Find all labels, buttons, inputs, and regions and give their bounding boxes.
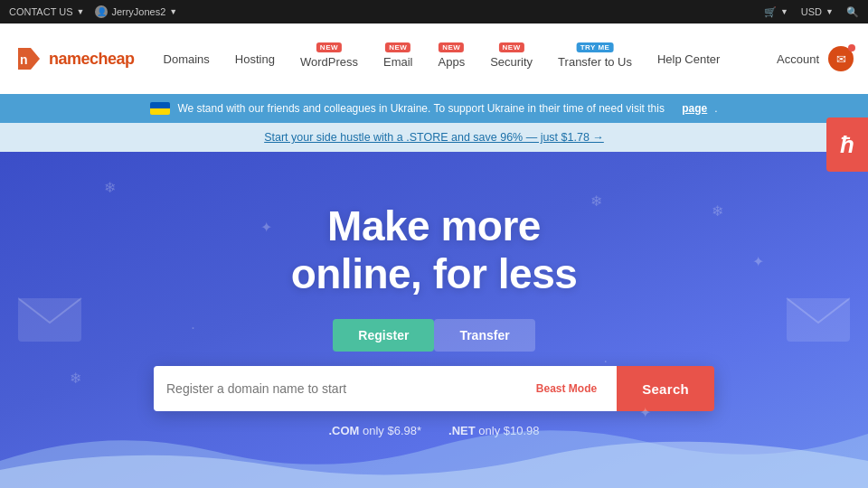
contact-us-label: CONTACT US <box>9 6 73 17</box>
nav-item-helpcenter[interactable]: Help Center <box>646 47 731 71</box>
snowflake-3: ❄ <box>590 192 602 210</box>
cart-menu[interactable]: 🛒 ▼ <box>764 6 788 18</box>
contact-us-menu[interactable]: CONTACT US ▼ <box>9 6 84 17</box>
logo-svg-icon: n <box>14 44 43 73</box>
flag-blue-stripe <box>150 102 170 108</box>
ukraine-period: . <box>714 102 717 115</box>
mail-icon-wrapper[interactable]: ✉ <box>828 46 854 71</box>
cart-caret: ▼ <box>780 7 788 16</box>
search-button[interactable]: Search <box>617 366 714 411</box>
nav-item-domains[interactable]: Domains <box>153 47 221 71</box>
logo-text: namecheap <box>49 50 135 69</box>
heureka-button[interactable]: ħ <box>826 117 868 172</box>
snowflake-4: ✦ <box>752 253 764 270</box>
security-badge: NEW <box>499 42 524 52</box>
user-avatar-icon: 👤 <box>95 5 108 18</box>
snowflake-9: ❄ <box>712 202 723 220</box>
nav-security-label: Security <box>490 55 533 69</box>
left-decoration <box>18 291 90 349</box>
email-badge: NEW <box>385 42 410 52</box>
promo-banner[interactable]: Start your side hustle with a .STORE and… <box>0 123 868 152</box>
flag-yellow-stripe <box>150 108 170 115</box>
heureka-label: ħ <box>840 131 854 159</box>
nav-right: Account ✉ <box>777 46 854 71</box>
snowflake-1: ❄ <box>104 179 116 196</box>
promo-text: Start your side hustle with a .STORE and… <box>264 131 604 144</box>
search-input-wrapper: Beast Mode <box>154 366 617 411</box>
top-bar-left: CONTACT US ▼ 👤 JerryJones2 ▼ <box>9 5 177 18</box>
ukraine-flag-icon <box>150 102 170 115</box>
nav-item-apps[interactable]: NEW Apps <box>428 44 476 74</box>
nav-helpcenter-label: Help Center <box>657 52 720 66</box>
left-envelope-icon <box>18 291 90 345</box>
currency-caret: ▼ <box>826 7 834 16</box>
logo[interactable]: n namecheap <box>14 44 135 73</box>
nav-apps-label: Apps <box>439 55 466 69</box>
beast-mode-button[interactable]: Beast Mode <box>529 382 604 395</box>
username-label: JerryJones2 <box>111 6 165 17</box>
snowflake-2: ✦ <box>260 219 272 236</box>
bottom-wave-decoration <box>0 416 868 488</box>
ukraine-banner: We stand with our friends and colleagues… <box>0 94 868 123</box>
account-label: Account <box>777 52 819 66</box>
notification-dot <box>848 44 855 52</box>
right-decoration <box>778 291 850 349</box>
nav-bar: n namecheap Domains Hosting NEW WordPres… <box>0 23 868 94</box>
ukraine-text: We stand with our friends and colleagues… <box>177 102 665 115</box>
right-envelope-icon <box>778 291 850 345</box>
transfer-tab[interactable]: Transfer <box>434 319 534 352</box>
svg-text:n: n <box>20 52 28 67</box>
nav-items: Domains Hosting NEW WordPress NEW Email … <box>153 44 777 74</box>
currency-menu[interactable]: USD ▼ <box>801 6 834 17</box>
hero-title: Make more online, for less <box>291 202 578 298</box>
account-menu[interactable]: Account <box>777 52 819 66</box>
domain-tabs-row: Register Transfer <box>333 319 534 352</box>
nav-domains-label: Domains <box>164 52 210 66</box>
register-tab[interactable]: Register <box>333 319 434 352</box>
apps-badge: NEW <box>439 42 464 52</box>
search-icon: 🔍 <box>846 6 859 18</box>
domain-search-input[interactable] <box>166 381 522 396</box>
nav-item-hosting[interactable]: Hosting <box>224 47 286 71</box>
nav-item-wordpress[interactable]: NEW WordPress <box>289 44 369 74</box>
domain-search-row: Beast Mode Search <box>154 366 714 411</box>
user-caret: ▼ <box>169 7 177 16</box>
nav-transfer-label: Transfer to Us <box>558 55 632 69</box>
nav-item-security[interactable]: NEW Security <box>479 44 543 74</box>
search-icon-btn[interactable]: 🔍 <box>846 6 859 18</box>
contact-us-caret: ▼ <box>77 7 85 16</box>
hero-section: ❄ ✦ ❄ ✦ ❄ ✦ · · ❄ Make more online, for … <box>0 152 868 488</box>
top-bar: CONTACT US ▼ 👤 JerryJones2 ▼ 🛒 ▼ USD ▼ 🔍 <box>0 0 868 23</box>
wave-svg <box>0 416 868 488</box>
nav-hosting-label: Hosting <box>235 52 275 66</box>
user-menu[interactable]: 👤 JerryJones2 ▼ <box>95 5 177 18</box>
cart-icon: 🛒 <box>764 6 777 18</box>
hero-title-line1: Make more <box>327 202 541 249</box>
hero-title-line2: online, for less <box>291 250 578 297</box>
top-bar-right: 🛒 ▼ USD ▼ 🔍 <box>764 6 859 18</box>
snowflake-8: · <box>604 353 608 370</box>
currency-label: USD <box>801 6 822 17</box>
nav-item-transfer[interactable]: TRY ME Transfer to Us <box>547 44 643 74</box>
wordpress-badge: NEW <box>316 42 342 52</box>
transfer-badge: TRY ME <box>577 42 614 52</box>
snowflake-7: · <box>191 320 194 336</box>
ukraine-page-link[interactable]: page <box>682 102 707 115</box>
nav-item-email[interactable]: NEW Email <box>373 44 424 74</box>
nav-wordpress-label: WordPress <box>300 55 358 69</box>
snowflake-5: ❄ <box>70 370 81 387</box>
nav-email-label: Email <box>383 55 413 69</box>
